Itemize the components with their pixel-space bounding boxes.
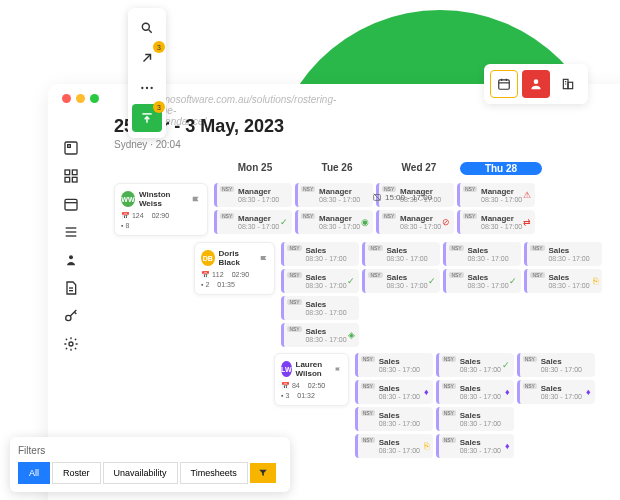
close-dot[interactable] xyxy=(62,94,71,103)
maximize-dot[interactable] xyxy=(90,94,99,103)
filter-funnel-button[interactable] xyxy=(250,463,276,483)
shift-cell[interactable]: NSYSales08:30 - 17:00 xyxy=(281,242,359,266)
shift-cell[interactable]: NSYSales08:30 - 17:00♦ xyxy=(517,380,595,404)
shift-status-icon: ✓ xyxy=(280,217,288,227)
shift-cell[interactable]: NSYManager08:30 - 17:00 xyxy=(295,183,373,207)
shift-status-icon: ✓ xyxy=(347,276,355,286)
day-header[interactable]: Thu 28 xyxy=(460,162,542,175)
shift-cell[interactable]: NSYSales08:30 - 17:00 xyxy=(281,296,359,320)
shift-cell[interactable]: NSYSales08:30 - 17:00✓ xyxy=(281,269,359,293)
filter-tab-timesheets[interactable]: Timesheets xyxy=(180,462,248,484)
shift-status-icon: ♦ xyxy=(505,387,510,397)
shift-cell[interactable]: NSYManager08:30 - 17:00 xyxy=(214,183,292,207)
shift-cell[interactable]: NSYManager08:30 - 17:00⊘ xyxy=(376,210,454,234)
shift-tag: NSY xyxy=(463,213,477,219)
search-tool[interactable] xyxy=(132,14,162,42)
day-header[interactable]: Wed 27 xyxy=(378,162,460,175)
shift-time: 08:30 - 17:00 xyxy=(238,196,287,203)
shift-tag: NSY xyxy=(301,213,315,219)
employee-card[interactable]: LWLauren Wilson📅 8402:50▪ 301:32 xyxy=(274,353,349,406)
employee-row: WWWinston Weiss📅 12402:90▪ 8NSYManager08… xyxy=(114,183,620,236)
shift-cell[interactable]: NSYManager08:30 - 17:00✓ xyxy=(214,210,292,234)
filter-tab-roster[interactable]: Roster xyxy=(52,462,101,484)
sidebar-calendar-icon[interactable] xyxy=(63,196,79,212)
shift-cell[interactable]: NSYSales08:30 - 17:00 xyxy=(355,407,433,431)
day-header[interactable]: Tue 26 xyxy=(296,162,378,175)
svg-rect-14 xyxy=(568,82,573,88)
shift-cell[interactable]: NSYSales08:30 - 17:00✓ xyxy=(436,353,514,377)
shift-time: 08:30 - 17:00 xyxy=(548,282,597,289)
svg-rect-20 xyxy=(72,170,77,175)
shift-cell[interactable]: NSYSales08:30 - 17:00 xyxy=(436,407,514,431)
shift-tag: NSY xyxy=(287,299,301,305)
shift-cell[interactable]: NSYManager08:30 - 17:00◉ xyxy=(295,210,373,234)
employee-name: Winston Weiss xyxy=(139,190,188,208)
arrow-badge: 3 xyxy=(153,41,165,53)
filter-tab-unavailability[interactable]: Unavailability xyxy=(103,462,178,484)
sidebar-settings-icon[interactable] xyxy=(63,336,79,352)
shift-tag: NSY xyxy=(220,186,234,192)
date-range-title: 25 Apr - 3 May, 2023 xyxy=(114,116,620,137)
shift-cell[interactable]: NSYManager08:30 - 17:00⇄ xyxy=(457,210,535,234)
shift-time: 08:30 - 17:00 xyxy=(460,393,509,400)
employee-card[interactable]: DBDoris Black📅 11202:90▪ 201:35 xyxy=(194,242,275,295)
mode-building[interactable] xyxy=(554,70,582,98)
shift-time: 08:30 - 17:00 xyxy=(305,309,354,316)
arrow-tool[interactable]: 3 xyxy=(132,44,162,72)
stat-rate: 02:90 xyxy=(232,271,250,279)
shift-cell[interactable]: NSYSales08:30 - 17:00 xyxy=(355,353,433,377)
shift-tag: NSY xyxy=(368,272,382,278)
svg-rect-19 xyxy=(65,170,70,175)
filter-tab-all[interactable]: All xyxy=(18,462,50,484)
minimize-dot[interactable] xyxy=(76,94,85,103)
day-header[interactable]: Mon 25 xyxy=(214,162,296,175)
sidebar-list-icon[interactable] xyxy=(63,224,79,240)
employee-card[interactable]: WWWinston Weiss📅 12402:90▪ 8 xyxy=(114,183,208,236)
svg-rect-8 xyxy=(499,80,510,89)
stat-hours: 📅 112 xyxy=(201,271,224,279)
stat-extra: 01:35 xyxy=(217,281,235,288)
shift-cell[interactable]: NSYSales08:30 - 17:00⎘ xyxy=(355,434,433,458)
shift-tag: NSY xyxy=(442,437,456,443)
shift-cell[interactable]: NSYSales08:30 - 17:00 xyxy=(443,242,521,266)
shift-cell[interactable]: NSYSales08:30 - 17:00✓ xyxy=(443,269,521,293)
shift-cell[interactable]: NSYSales08:30 - 17:00♦ xyxy=(436,380,514,404)
shift-role: Sales xyxy=(467,246,516,255)
svg-rect-23 xyxy=(65,199,77,210)
shift-role: Sales xyxy=(305,300,354,309)
employee-name: Doris Black xyxy=(219,249,256,267)
svg-rect-21 xyxy=(65,177,70,182)
shift-cell[interactable]: NSYSales08:30 - 17:00♦ xyxy=(436,434,514,458)
location-time: Sydney · 20:04 xyxy=(114,139,620,150)
stat-hours: 📅 124 xyxy=(121,212,144,220)
mode-person[interactable] xyxy=(522,70,550,98)
shift-cell[interactable]: NSYSales08:30 - 17:00 xyxy=(362,242,440,266)
shift-role: Sales xyxy=(541,357,590,366)
shift-cell[interactable]: NSYManager08:30 - 17:00⚠ xyxy=(457,183,535,207)
shift-tag: NSY xyxy=(220,213,234,219)
sidebar-key-icon[interactable] xyxy=(63,308,79,324)
more-tool[interactable] xyxy=(132,74,162,102)
sidebar-dashboard-icon[interactable] xyxy=(63,140,79,156)
employee-row: LWLauren Wilson📅 8402:50▪ 301:32NSYSales… xyxy=(274,353,620,458)
employee-name: Lauren Wilson xyxy=(296,360,332,378)
flag-icon xyxy=(260,254,268,262)
filters-panel: Filters AllRosterUnavailabilityTimesheet… xyxy=(10,437,290,492)
sidebar-document-icon[interactable] xyxy=(63,280,79,296)
shift-tag: NSY xyxy=(530,272,544,278)
sidebar-grid-icon[interactable] xyxy=(63,168,79,184)
sidebar-person-icon[interactable] xyxy=(63,252,79,268)
shift-cell[interactable]: NSYSales08:30 - 17:00 xyxy=(524,242,602,266)
shift-time: 08:30 - 17:00 xyxy=(379,366,428,373)
shift-tag: NSY xyxy=(449,245,463,251)
shift-tag: NSY xyxy=(442,410,456,416)
filters-title: Filters xyxy=(18,445,282,456)
shift-cell[interactable]: NSYSales08:30 - 17:00✓ xyxy=(362,269,440,293)
shift-cell[interactable]: NSYSales08:30 - 17:00 xyxy=(517,353,595,377)
shift-cell[interactable]: NSYSales08:30 - 17:00◈ xyxy=(281,323,359,347)
upload-tool[interactable]: 3 xyxy=(132,104,162,132)
svg-point-5 xyxy=(151,87,153,89)
mode-calendar[interactable] xyxy=(490,70,518,98)
shift-cell[interactable]: NSYSales08:30 - 17:00⎘ xyxy=(524,269,602,293)
shift-cell[interactable]: NSYSales08:30 - 17:00♦ xyxy=(355,380,433,404)
